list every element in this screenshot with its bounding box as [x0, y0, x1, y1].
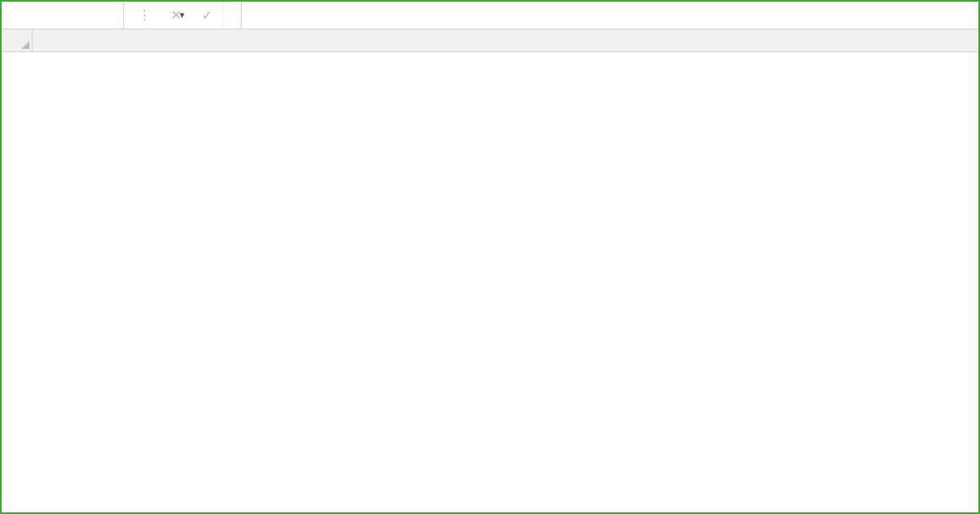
name-box[interactable]: ▼ — [2, 2, 124, 29]
select-all-corner[interactable] — [2, 29, 33, 51]
column-headers — [2, 29, 978, 52]
name-box-input[interactable] — [2, 2, 178, 29]
name-box-dropdown-icon[interactable]: ▼ — [178, 11, 186, 20]
formula-input[interactable] — [242, 2, 978, 29]
fx-icon[interactable] — [222, 2, 236, 29]
enter-formula-icon[interactable]: ✓ — [191, 2, 222, 29]
formula-bar-row: ▼ ⋮ ✕ ✓ — [2, 2, 978, 29]
